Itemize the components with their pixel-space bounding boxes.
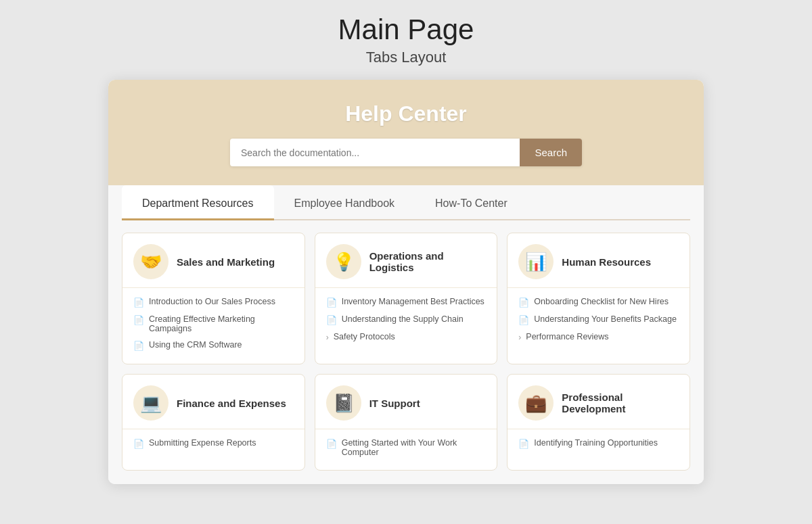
it-link-1[interactable]: 📄 Getting Started with Your Work Compute… bbox=[326, 435, 487, 460]
tab-employee-handbook[interactable]: Employee Handbook bbox=[274, 185, 415, 219]
search-input[interactable] bbox=[230, 139, 520, 166]
arrow-icon-hr: › bbox=[518, 333, 521, 342]
card-prodev-title: Professional Development bbox=[562, 391, 679, 414]
card-it: 📓 IT Support 📄 Getting Started with Your… bbox=[315, 374, 498, 471]
card-hr-title: Human Resources bbox=[562, 256, 651, 268]
card-prodev: 💼 Professional Development 📄 Identifying… bbox=[507, 374, 690, 471]
card-it-title: IT Support bbox=[369, 398, 420, 409]
card-finance-title: Finance and Expenses bbox=[177, 398, 286, 409]
card-sales-body: 📄 Introduction to Our Sales Process 📄 Cr… bbox=[122, 287, 304, 364]
card-sales-title: Sales and Marketing bbox=[177, 256, 275, 268]
hr-link-2[interactable]: 📄 Understanding Your Benefits Package bbox=[518, 311, 679, 329]
search-button[interactable]: Search bbox=[520, 139, 582, 166]
card-ops: 💡 Operations and Logistics 📄 Inventory M… bbox=[315, 233, 498, 364]
hero-title: Help Center bbox=[345, 101, 467, 126]
hr-link-3[interactable]: › Performance Reviews bbox=[518, 329, 679, 346]
tab-how-to-center[interactable]: How-To Center bbox=[415, 185, 528, 219]
hr-link-1-text: Onboarding Checklist for New Hires bbox=[534, 297, 669, 306]
prodev-icon: 💼 bbox=[518, 385, 554, 421]
content-section: Department Resources Employee Handbook H… bbox=[108, 185, 704, 484]
card-finance-body: 📄 Submitting Expense Reports bbox=[122, 429, 304, 462]
doc-icon-hr-1: 📄 bbox=[518, 297, 529, 308]
page-subtitle: Tabs Layout bbox=[366, 49, 447, 66]
card-it-body: 📄 Getting Started with Your Work Compute… bbox=[315, 429, 497, 470]
sales-link-2[interactable]: 📄 Creating Effective Marketing Campaigns bbox=[133, 311, 294, 337]
app-container: Help Center Search Department Resources … bbox=[108, 80, 704, 484]
sales-icon: 🤝 bbox=[133, 244, 168, 279]
doc-icon-ops-2: 📄 bbox=[326, 315, 337, 325]
page-title: Main Page bbox=[338, 14, 474, 46]
card-hr-body: 📄 Onboarding Checklist for New Hires 📄 U… bbox=[508, 287, 690, 355]
ops-link-3-text: Safety Protocols bbox=[334, 332, 395, 341]
doc-icon-3: 📄 bbox=[133, 341, 144, 351]
ops-link-3[interactable]: › Safety Protocols bbox=[326, 329, 487, 346]
it-link-1-text: Getting Started with Your Work Computer bbox=[342, 438, 487, 457]
ops-link-2-text: Understanding the Supply Chain bbox=[342, 314, 464, 324]
hr-link-2-text: Understanding Your Benefits Package bbox=[534, 314, 677, 324]
it-icon: 📓 bbox=[326, 385, 361, 421]
card-ops-body: 📄 Inventory Management Best Practices 📄 … bbox=[315, 287, 497, 355]
card-finance: 💻 Finance and Expenses 📄 Submitting Expe… bbox=[122, 374, 305, 471]
sales-link-1[interactable]: 📄 Introduction to Our Sales Process bbox=[133, 293, 294, 311]
sales-link-2-text: Creating Effective Marketing Campaigns bbox=[149, 314, 294, 333]
sales-link-3[interactable]: 📄 Using the CRM Software bbox=[133, 337, 294, 354]
search-bar: Search bbox=[230, 139, 582, 166]
card-ops-title: Operations and Logistics bbox=[369, 250, 487, 273]
arrow-icon-ops: › bbox=[326, 333, 329, 342]
sales-link-3-text: Using the CRM Software bbox=[149, 340, 242, 350]
hero-section: Help Center Search bbox=[108, 80, 704, 185]
finance-link-1[interactable]: 📄 Submitting Expense Reports bbox=[133, 435, 294, 452]
hr-icon: 📊 bbox=[518, 244, 554, 279]
card-sales: 🤝 Sales and Marketing 📄 Introduction to … bbox=[122, 233, 305, 364]
prodev-link-1[interactable]: 📄 Identifying Training Opportunities bbox=[518, 435, 679, 452]
prodev-link-1-text: Identifying Training Opportunities bbox=[534, 438, 658, 448]
finance-link-1-text: Submitting Expense Reports bbox=[149, 438, 256, 448]
doc-icon-hr-2: 📄 bbox=[518, 315, 529, 325]
doc-icon-ops-1: 📄 bbox=[326, 297, 337, 308]
card-prodev-body: 📄 Identifying Training Opportunities bbox=[508, 429, 690, 462]
tab-department-resources[interactable]: Department Resources bbox=[122, 185, 274, 219]
cards-grid: 🤝 Sales and Marketing 📄 Introduction to … bbox=[122, 233, 690, 471]
doc-icon-1: 📄 bbox=[133, 297, 144, 308]
hr-link-3-text: Performance Reviews bbox=[526, 332, 608, 341]
card-sales-header: 🤝 Sales and Marketing bbox=[122, 233, 304, 287]
card-it-header: 📓 IT Support bbox=[315, 375, 497, 429]
doc-icon-finance-1: 📄 bbox=[133, 439, 144, 449]
ops-link-2[interactable]: 📄 Understanding the Supply Chain bbox=[326, 311, 487, 329]
doc-icon-prodev-1: 📄 bbox=[518, 439, 529, 449]
doc-icon-2: 📄 bbox=[133, 315, 144, 325]
card-ops-header: 💡 Operations and Logistics bbox=[315, 233, 497, 287]
card-hr: 📊 Human Resources 📄 Onboarding Checklist… bbox=[507, 233, 690, 364]
sales-link-1-text: Introduction to Our Sales Process bbox=[149, 297, 275, 306]
ops-link-1-text: Inventory Management Best Practices bbox=[342, 297, 484, 306]
ops-icon: 💡 bbox=[326, 244, 361, 279]
ops-link-1[interactable]: 📄 Inventory Management Best Practices bbox=[326, 293, 487, 311]
hr-link-1[interactable]: 📄 Onboarding Checklist for New Hires bbox=[518, 293, 679, 311]
card-prodev-header: 💼 Professional Development bbox=[508, 375, 690, 429]
doc-icon-it-1: 📄 bbox=[326, 439, 337, 449]
card-finance-header: 💻 Finance and Expenses bbox=[122, 375, 304, 429]
finance-icon: 💻 bbox=[133, 385, 168, 421]
tabs-row: Department Resources Employee Handbook H… bbox=[122, 185, 690, 220]
card-hr-header: 📊 Human Resources bbox=[508, 233, 690, 287]
